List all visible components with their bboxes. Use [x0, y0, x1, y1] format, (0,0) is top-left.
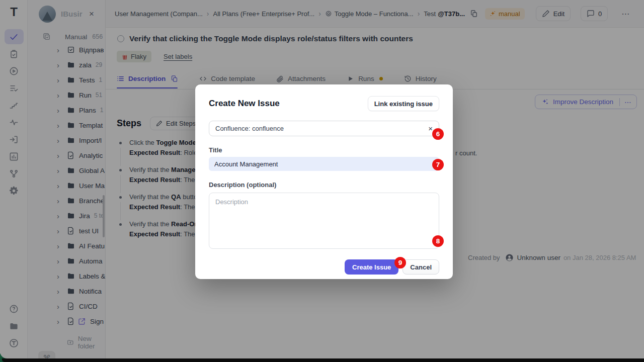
issue-description-textarea[interactable]	[209, 193, 439, 249]
tutorial-marker-9: 9	[394, 257, 406, 268]
integration-select[interactable]: Confluence: confluence ×	[209, 121, 439, 136]
description-field-label: Description (optional)	[209, 181, 439, 189]
issue-title-input[interactable]	[209, 157, 439, 171]
tutorial-marker-7: 7	[432, 159, 444, 170]
app-window: T	[0, 0, 644, 362]
tutorial-marker-8: 8	[432, 235, 444, 247]
link-existing-issue-button[interactable]: Link existing issue	[368, 96, 439, 111]
create-issue-modal: Create New Issue Link existing issue Con…	[195, 84, 453, 279]
title-field-label: Title	[209, 146, 439, 154]
tutorial-marker-6: 6	[432, 128, 444, 140]
create-issue-button[interactable]: Create Issue	[345, 259, 398, 275]
modal-title: Create New Issue	[209, 99, 280, 109]
integration-select-value: Confluence: confluence	[215, 125, 284, 132]
cancel-button[interactable]: Cancel	[403, 259, 439, 275]
clear-selection-icon[interactable]: ×	[428, 125, 433, 132]
